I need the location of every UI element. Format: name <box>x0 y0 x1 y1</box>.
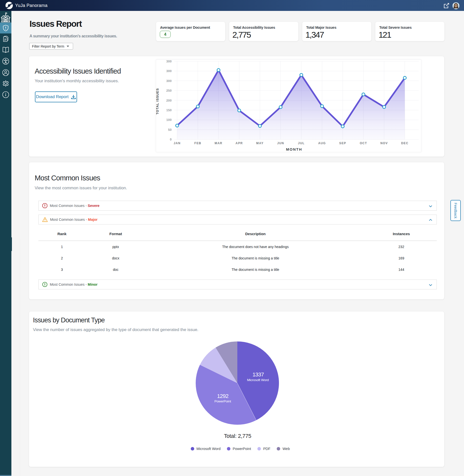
svg-text:50: 50 <box>168 128 172 132</box>
svg-text:0: 0 <box>170 138 172 141</box>
svg-text:300: 300 <box>166 60 172 63</box>
svg-text:FEB: FEB <box>194 141 201 145</box>
svg-text:JUL: JUL <box>298 141 305 145</box>
svg-text:OCT: OCT <box>360 141 367 145</box>
svg-text:250: 250 <box>166 89 172 92</box>
svg-text:Microsoft Word: Microsoft Word <box>247 378 269 382</box>
svg-text:MONTH: MONTH <box>286 147 302 151</box>
svg-text:SEP: SEP <box>339 141 346 145</box>
svg-text:DEC: DEC <box>401 141 409 145</box>
svg-text:TOTAL ISSUES: TOTAL ISSUES <box>156 88 159 114</box>
svg-text:200: 200 <box>166 99 172 102</box>
svg-text:JUN: JUN <box>277 141 284 145</box>
svg-text:NOV: NOV <box>380 141 388 145</box>
svg-text:300: 300 <box>166 79 172 83</box>
svg-text:100: 100 <box>166 118 172 122</box>
svg-text:300: 300 <box>166 69 172 73</box>
svg-text:150: 150 <box>166 109 172 112</box>
svg-text:JAN: JAN <box>174 141 181 145</box>
svg-text:AUG: AUG <box>318 141 326 145</box>
svg-text:1292: 1292 <box>217 393 228 399</box>
svg-text:MAR: MAR <box>215 141 222 145</box>
svg-text:APR: APR <box>236 141 243 145</box>
svg-text:PowerPoint: PowerPoint <box>214 399 231 403</box>
svg-text:MAY: MAY <box>256 141 264 145</box>
svg-text:1337: 1337 <box>252 371 264 378</box>
